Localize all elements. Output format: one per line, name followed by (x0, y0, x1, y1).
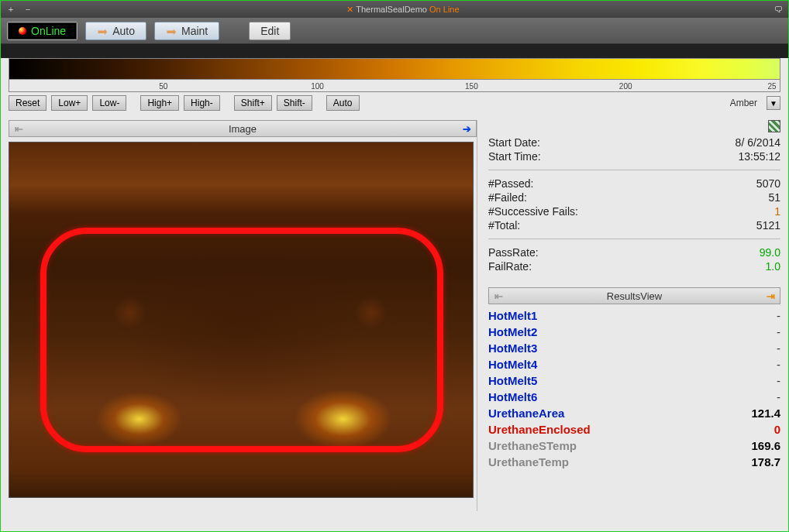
passrate-value: 99.0 (760, 246, 780, 259)
app-title-text: ThermalSealDemo (356, 5, 427, 14)
maint-button-label: Maint (181, 25, 208, 37)
shift-minus-button[interactable]: Shift- (277, 95, 312, 111)
result-value: - (777, 342, 780, 355)
result-name: UrethaneArea (488, 407, 564, 420)
result-value: 169.6 (751, 439, 780, 452)
result-name: UrethaneSTemp (488, 439, 577, 452)
image-panel-title: Image (25, 123, 460, 135)
shift-plus-button[interactable]: Shift+ (234, 95, 272, 111)
result-row[interactable]: HotMelt2- (488, 324, 780, 340)
start-time-value: 13:55:12 (739, 150, 781, 163)
auto-scale-button[interactable]: Auto (326, 95, 360, 111)
edit-button[interactable]: Edit (249, 22, 291, 40)
workspace: 50 100 150 200 25 Reset Low+ Low- High+ … (1, 58, 788, 532)
result-value: - (777, 374, 780, 387)
start-date-label: Start Date: (488, 136, 540, 149)
result-value: - (777, 309, 780, 322)
prev-image-icon[interactable]: ⇤ (12, 123, 25, 135)
result-row[interactable]: UrethaneTemp178.7 (488, 454, 780, 470)
prev-results-icon[interactable]: ⇤ (492, 290, 505, 302)
app-prefix-icon: ✕ (346, 5, 353, 14)
palette-dropdown[interactable]: ▼ (767, 96, 780, 110)
failed-value: 51 (768, 191, 780, 204)
window-plus-icon[interactable]: + (5, 5, 16, 14)
result-name: HotMelt4 (488, 358, 537, 371)
image-column: ⇤ Image ➔ (9, 120, 477, 511)
failrate-value: 1.0 (766, 260, 780, 273)
scale-tick-label: 50 (159, 82, 167, 91)
result-name: HotMelt5 (488, 374, 537, 387)
total-value: 5121 (756, 219, 780, 232)
palette-scale: 50 100 150 200 25 (9, 80, 780, 92)
result-value: 178.7 (751, 455, 780, 469)
high-minus-button[interactable]: High- (184, 95, 220, 111)
successive-fails-label: #Successive Fails: (488, 205, 578, 218)
result-row[interactable]: HotMelt5- (488, 372, 780, 389)
result-row[interactable]: UrethaneEnclosed0 (488, 421, 780, 438)
online-button[interactable]: OnLine (7, 22, 78, 40)
hand-icon (166, 26, 177, 36)
result-row[interactable]: UrethaneArea121.4 (488, 405, 780, 421)
result-name: HotMelt2 (488, 325, 537, 338)
next-image-icon[interactable]: ➔ (460, 123, 473, 135)
result-name: HotMelt3 (488, 342, 537, 355)
total-label: #Total: (488, 219, 520, 232)
edit-button-label: Edit (260, 25, 279, 37)
result-name: HotMelt1 (488, 309, 537, 322)
high-plus-button[interactable]: High+ (140, 95, 179, 111)
result-value: - (777, 390, 780, 403)
reset-button[interactable]: Reset (9, 95, 47, 111)
app-status-text: On Line (429, 5, 460, 14)
failrate-label: FailRate: (488, 260, 532, 273)
low-minus-button[interactable]: Low- (92, 95, 126, 111)
gradient-buttons-row: Reset Low+ Low- High+ High- Shift+ Shift… (9, 95, 780, 111)
result-name: HotMelt6 (488, 390, 537, 403)
results-list: HotMelt1-HotMelt2-HotMelt3-HotMelt4-HotM… (488, 307, 780, 470)
result-row[interactable]: HotMelt3- (488, 340, 780, 356)
result-value: 0 (774, 423, 780, 436)
successive-fails-value: 1 (774, 205, 780, 218)
results-panel-header: ⇤ ResultsView ⇥ (488, 287, 780, 304)
status-indicator-icon (768, 120, 780, 132)
scale-tick-label: 150 (465, 82, 478, 91)
window-minus-icon[interactable]: − (22, 5, 33, 14)
image-panel-header: ⇤ Image ➔ (9, 120, 477, 137)
info-column: Start Date:8/ 6/2014 Start Time:13:55:12… (477, 120, 780, 511)
thermal-image[interactable] (9, 142, 474, 498)
palette-gradient[interactable] (9, 58, 780, 80)
low-plus-button[interactable]: Low+ (51, 95, 88, 111)
passed-value: 5070 (756, 177, 780, 190)
result-value: - (777, 325, 780, 338)
result-value: - (777, 358, 780, 371)
stats-block: Start Date:8/ 6/2014 Start Time:13:55:12… (488, 136, 780, 273)
palette-name-label: Amber (730, 98, 757, 108)
maint-button[interactable]: Maint (154, 22, 219, 40)
record-dot-icon (19, 27, 26, 35)
failed-label: #Failed: (488, 191, 527, 204)
hand-icon (97, 26, 108, 36)
next-results-icon[interactable]: ⇥ (764, 290, 777, 302)
result-row[interactable]: HotMelt4- (488, 356, 780, 372)
result-value: 121.4 (751, 407, 780, 420)
start-time-label: Start Time: (488, 150, 541, 163)
window-titlebar: + − ✕ ThermalSealDemo On Line 🗨 (1, 1, 788, 18)
result-row[interactable]: HotMelt1- (488, 307, 780, 324)
passed-label: #Passed: (488, 177, 533, 190)
gradient-panel: 50 100 150 200 25 Reset Low+ Low- High+ … (9, 58, 780, 111)
window-title: ✕ ThermalSealDemo On Line (33, 5, 773, 15)
seal-outline-overlay (40, 228, 443, 452)
auto-button-label: Auto (112, 25, 135, 37)
scale-tick-label: 25 (767, 82, 776, 91)
start-date-value: 8/ 6/2014 (736, 136, 780, 149)
results-panel-title: ResultsView (505, 290, 764, 302)
window-chat-icon[interactable]: 🗨 (773, 5, 784, 14)
result-row[interactable]: UrethaneSTemp169.6 (488, 438, 780, 454)
scale-tick-label: 200 (619, 82, 632, 91)
result-name: UrethaneEnclosed (488, 423, 591, 436)
result-row[interactable]: HotMelt6- (488, 389, 780, 405)
auto-button[interactable]: Auto (85, 22, 146, 40)
scale-tick-label: 100 (311, 82, 324, 91)
result-name: UrethaneTemp (488, 455, 569, 469)
passrate-label: PassRate: (488, 246, 539, 259)
main-toolbar: OnLine Auto Maint Edit (1, 18, 788, 44)
